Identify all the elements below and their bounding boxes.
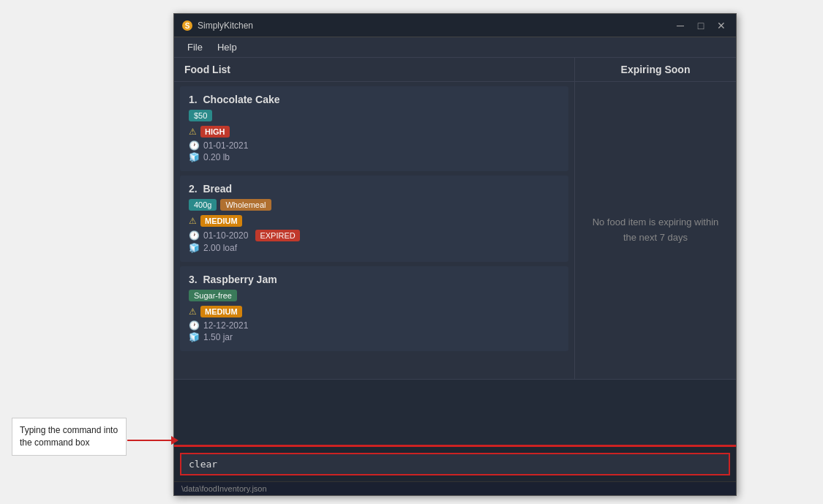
arrow-head <box>171 436 178 445</box>
food-item-2-qty: 🧊 2.00 loaf <box>189 243 560 253</box>
food-item-3: 3. Raspberry Jam Sugar-free ⚠ MEDIUM 🕐 <box>180 266 568 351</box>
food-item-3-name: 3. Raspberry Jam <box>189 274 560 285</box>
food-item-1-qty: 🧊 0.20 lb <box>189 152 560 162</box>
food-list-panel: Food List 1. Chocolate Cake $50 ⚠ <box>174 58 575 379</box>
page-wrapper: Typing the command into the command box … <box>0 0 823 504</box>
food-item-1-date: 🕐 01-01-2021 <box>189 140 560 151</box>
food-item-1-tags: $50 <box>189 110 560 121</box>
app-icon: S <box>181 20 193 31</box>
food-item-1-priority: ⚠ HIGH <box>189 126 560 138</box>
priority-badge-3: MEDIUM <box>200 306 242 317</box>
food-item-3-priority: ⚠ MEDIUM <box>189 306 560 317</box>
food-item-1: 1. Chocolate Cake $50 ⚠ HIGH 🕐 01-01 <box>180 86 568 171</box>
food-item-1-name: 1. Chocolate Cake <box>189 94 560 105</box>
food-item-3-tags: Sugar-free <box>189 290 560 301</box>
tag-sugar-free: Sugar-free <box>189 290 237 301</box>
main-content: Food List 1. Chocolate Cake $50 ⚠ <box>174 58 736 379</box>
food-item-2-name: 2. Bread <box>189 183 560 195</box>
expiring-content: No food item is expiring within the next… <box>575 82 736 379</box>
weight-icon-1: 🧊 <box>189 152 200 162</box>
weight-icon-2: 🧊 <box>189 243 200 253</box>
food-item-2: 2. Bread 400g Wholemeal ⚠ MEDIUM 🕐 <box>180 176 568 262</box>
food-item-2-date: 🕐 01-10-2020 EXPIRED <box>189 230 560 241</box>
callout-arrow <box>127 436 178 445</box>
expired-badge-2: EXPIRED <box>255 230 299 241</box>
close-button[interactable]: ✕ <box>714 18 729 33</box>
svg-text:S: S <box>185 22 190 30</box>
food-item-3-qty: 🧊 1.50 jar <box>189 332 560 342</box>
food-list-scroll[interactable]: 1. Chocolate Cake $50 ⚠ HIGH 🕐 01-01 <box>174 82 574 379</box>
minimize-button[interactable]: ─ <box>673 18 688 33</box>
food-item-3-date: 🕐 12-12-2021 <box>189 320 560 331</box>
weight-icon-3: 🧊 <box>189 332 200 342</box>
command-output <box>174 379 736 445</box>
food-list-header: Food List <box>174 58 574 82</box>
food-item-2-tags: 400g Wholemeal <box>189 199 560 211</box>
arrow-line <box>127 440 171 441</box>
maximize-button[interactable]: □ <box>694 18 708 33</box>
app-title: SimplyKitchen <box>198 20 673 31</box>
clock-icon-3: 🕐 <box>189 320 200 331</box>
status-bar: \data\foodInventory.json <box>174 481 736 495</box>
app-window: S SimplyKitchen ─ □ ✕ File Help Food Lis… <box>173 13 737 496</box>
menu-bar: File Help <box>174 37 736 58</box>
warning-icon-1: ⚠ <box>189 127 197 137</box>
menu-help[interactable]: Help <box>210 39 244 56</box>
title-bar-controls: ─ □ ✕ <box>673 18 729 33</box>
command-input-area <box>174 445 736 481</box>
clock-icon-2: 🕐 <box>189 230 200 241</box>
priority-badge-2: MEDIUM <box>200 215 242 227</box>
tag-type: Wholemeal <box>220 199 271 211</box>
tag-weight: 400g <box>189 199 217 211</box>
status-path: \data\foodInventory.json <box>181 484 267 493</box>
callout-text: Typing the command into the command box <box>20 425 118 448</box>
clock-icon-1: 🕐 <box>189 140 200 151</box>
priority-badge-1: HIGH <box>200 126 230 138</box>
command-input[interactable] <box>180 453 730 475</box>
tag-price: $50 <box>189 110 212 121</box>
expiring-panel: Expiring Soon No food item is expiring w… <box>575 58 736 379</box>
warning-icon-3: ⚠ <box>189 306 197 317</box>
callout-box: Typing the command into the command box <box>12 418 127 456</box>
food-item-2-priority: ⚠ MEDIUM <box>189 215 560 227</box>
menu-file[interactable]: File <box>180 39 210 56</box>
warning-icon-2: ⚠ <box>189 216 197 226</box>
title-bar: S SimplyKitchen ─ □ ✕ <box>174 14 736 37</box>
expiring-header: Expiring Soon <box>575 58 736 82</box>
no-expiring-message: No food item is expiring within the next… <box>575 200 736 260</box>
